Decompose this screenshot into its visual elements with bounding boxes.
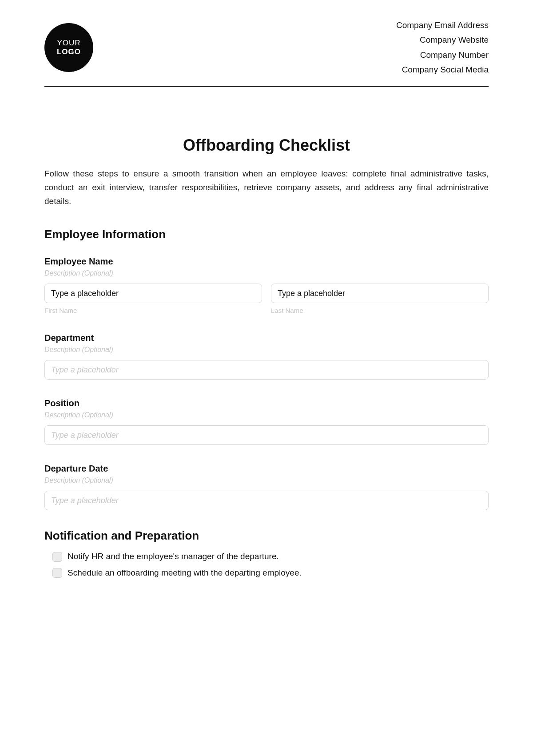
field-department: Department Description (Optional) [44,333,489,380]
company-website: Company Website [396,32,489,47]
input-last-name[interactable] [271,284,489,303]
section-notification: Notification and Preparation [44,529,489,543]
input-position[interactable] [44,425,489,445]
intro-text: Follow these steps to ensure a smooth tr… [44,167,489,208]
label-position: Position [44,398,489,408]
company-number: Company Number [396,48,489,62]
checklist-item: Notify HR and the employee's manager of … [52,551,489,563]
company-email: Company Email Address [396,18,489,32]
field-position: Position Description (Optional) [44,398,489,445]
field-departure-date: Departure Date Description (Optional) [44,464,489,510]
checkbox[interactable] [52,552,62,562]
desc-employee-name: Description (Optional) [44,269,489,277]
company-social: Company Social Media [396,62,489,77]
logo-placeholder: YOUR LOGO [44,23,93,72]
input-departure-date[interactable] [44,491,489,510]
input-first-name[interactable] [44,284,262,303]
header-divider [44,86,489,87]
label-department: Department [44,333,489,343]
desc-departure-date: Description (Optional) [44,476,489,484]
checkbox[interactable] [52,568,62,578]
sublabel-first-name: First Name [44,307,262,314]
logo-line2: LOGO [57,48,81,56]
input-department[interactable] [44,360,489,380]
logo-line1: YOUR [57,39,80,48]
desc-position: Description (Optional) [44,411,489,419]
field-employee-name: Employee Name Description (Optional) Fir… [44,256,489,314]
section-employee-info: Employee Information [44,228,489,241]
desc-department: Description (Optional) [44,346,489,354]
document-header: YOUR LOGO Company Email Address Company … [44,18,489,86]
checklist-item-label: Schedule an offboarding meeting with the… [68,567,302,579]
label-employee-name: Employee Name [44,256,489,267]
label-departure-date: Departure Date [44,464,489,474]
sublabel-last-name: Last Name [271,307,489,314]
checklist-notification: Notify HR and the employee's manager of … [44,551,489,579]
company-info: Company Email Address Company Website Co… [396,18,489,77]
page-title: Offboarding Checklist [44,136,489,155]
checklist-item: Schedule an offboarding meeting with the… [52,567,489,579]
checklist-item-label: Notify HR and the employee's manager of … [68,551,279,563]
